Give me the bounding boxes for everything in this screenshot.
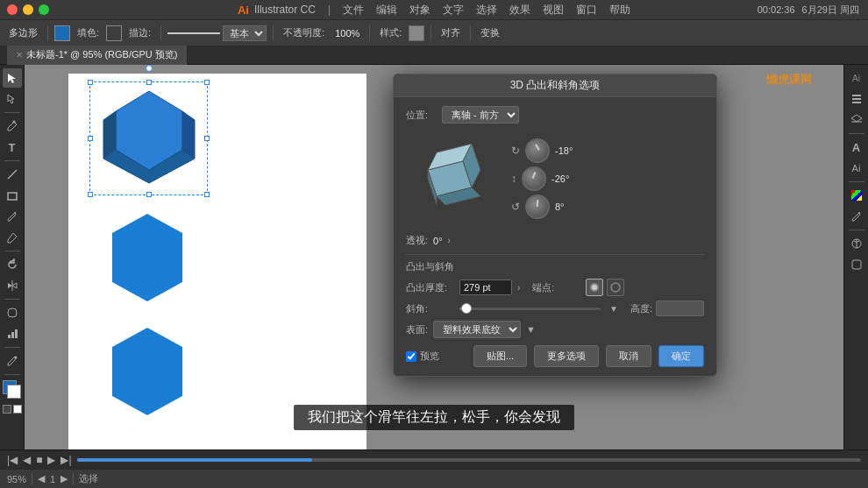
surface-more-icon[interactable]: ▼ xyxy=(526,324,536,335)
close-button[interactable] xyxy=(7,4,18,15)
artboard xyxy=(68,74,366,449)
preview-checkbox[interactable] xyxy=(406,351,416,362)
progress-fill xyxy=(77,458,312,462)
bevel-dropdown-arrow[interactable]: ▼ xyxy=(609,304,618,314)
sel-handle-tl[interactable] xyxy=(88,80,93,85)
surface-select[interactable]: 塑料效果底纹 xyxy=(433,321,521,338)
minimize-button[interactable] xyxy=(23,4,33,15)
stroke-box[interactable] xyxy=(106,25,122,41)
artboard-left[interactable]: ◀ xyxy=(38,473,45,484)
tool-warp[interactable] xyxy=(3,303,22,322)
hex-shape-3-container[interactable] xyxy=(95,323,200,423)
play-stop[interactable]: ■ xyxy=(36,454,42,466)
sel-handle-lc[interactable] xyxy=(88,136,93,141)
toolbar-div4 xyxy=(369,25,370,41)
active-tab[interactable]: ✕ 未标题-1* @ 95% (RGB/GPU 预览) xyxy=(7,46,188,65)
svg-rect-22 xyxy=(852,95,861,96)
sel-handle-bc[interactable] xyxy=(146,192,152,197)
tool-mirror[interactable] xyxy=(3,276,22,295)
menu-window[interactable]: 窗口 xyxy=(576,3,597,18)
maximize-button[interactable] xyxy=(39,4,49,15)
extrude-depth-arrow[interactable]: › xyxy=(517,283,520,293)
tool-direct-select[interactable] xyxy=(3,89,22,109)
play-forward[interactable]: ▶ xyxy=(47,454,55,466)
panel-btn-swatches[interactable] xyxy=(847,186,866,205)
sel-handle-rc[interactable] xyxy=(204,136,210,141)
position-select[interactable]: 离轴 - 前方 xyxy=(442,106,519,124)
right-panel: Ai A Ai xyxy=(843,65,868,449)
angle3-dial[interactable] xyxy=(525,194,550,219)
tool-pencil[interactable] xyxy=(3,228,22,247)
perspective-value: 0° xyxy=(433,236,443,246)
panel-btn-properties[interactable] xyxy=(847,89,866,109)
ok-button[interactable]: 确定 xyxy=(658,345,704,367)
bevel-slider-container[interactable] xyxy=(459,301,601,315)
sel-handle-bl[interactable] xyxy=(88,192,93,197)
sel-handle-tc[interactable] xyxy=(146,80,152,85)
angle1-dial[interactable] xyxy=(525,138,550,163)
panel-btn-layers[interactable] xyxy=(847,110,866,130)
stroke-none-icon[interactable] xyxy=(13,405,22,414)
play-prev[interactable]: |◀ xyxy=(7,454,18,466)
tool-sep2 xyxy=(4,160,20,161)
sel-handle-tr[interactable] xyxy=(204,80,210,85)
play-next[interactable]: ▶| xyxy=(60,454,71,466)
tool-paintbrush[interactable] xyxy=(3,207,22,226)
more-options-button[interactable]: 更多选项 xyxy=(534,345,599,367)
cap-off-icon[interactable] xyxy=(607,279,624,296)
panel-btn-symbols[interactable] xyxy=(847,234,866,253)
panel-btn-2[interactable]: Ai xyxy=(847,159,866,178)
perspective-arrow[interactable]: › xyxy=(448,236,451,245)
cube-preview xyxy=(406,131,502,227)
cap-on-icon[interactable] xyxy=(586,279,603,296)
tool-rect[interactable] xyxy=(3,186,22,205)
hex-shape-1-container[interactable] xyxy=(95,87,204,195)
watermark: 懒虎课网 xyxy=(766,72,812,88)
base-style-select[interactable]: 基本 xyxy=(223,25,267,41)
canvas-area[interactable]: 3D 凸出和斜角选项 位置: 离轴 - 前方 xyxy=(25,65,843,449)
menu-file[interactable]: 文件 xyxy=(343,3,364,18)
cancel-button[interactable]: 取消 xyxy=(606,345,651,367)
panel-btn-brushes[interactable] xyxy=(847,207,866,226)
tool-eyedropper[interactable] xyxy=(3,351,22,371)
panel-btn-1[interactable]: Ai xyxy=(847,68,866,88)
menu-help[interactable]: 帮助 xyxy=(609,3,630,18)
sel-handle-rotate[interactable] xyxy=(146,65,153,72)
tool-rotate[interactable] xyxy=(3,255,22,274)
bevel-slider-thumb[interactable] xyxy=(461,303,472,314)
menu-select[interactable]: 选择 xyxy=(476,3,497,18)
dialog-title-bar[interactable]: 3D 凸出和斜角选项 xyxy=(394,74,716,97)
tab-close-icon[interactable]: ✕ xyxy=(16,50,23,60)
fill-none-icon[interactable] xyxy=(3,405,11,414)
tool-type[interactable]: T xyxy=(3,138,22,157)
extrude-depth-input[interactable] xyxy=(459,279,512,295)
angle2-dial[interactable] xyxy=(522,166,546,191)
artboard-right[interactable]: ▶ xyxy=(60,473,68,484)
progress-bar[interactable] xyxy=(77,458,862,462)
height-input[interactable] xyxy=(656,301,704,316)
zoom-level[interactable]: 95% xyxy=(7,474,26,484)
menu-view[interactable]: 视图 xyxy=(543,3,564,18)
dialog-body: 位置: 离轴 - 前方 xyxy=(394,97,716,376)
fill-color-box[interactable] xyxy=(54,25,70,41)
menu-effect[interactable]: 效果 xyxy=(509,3,530,18)
tool-sep3 xyxy=(4,251,20,251)
style-box[interactable] xyxy=(409,25,424,41)
menu-object[interactable]: 对象 xyxy=(409,3,430,18)
panel-btn-graphic-styles[interactable] xyxy=(847,255,866,274)
menu-text[interactable]: 文字 xyxy=(443,3,464,18)
color-mode-icons[interactable] xyxy=(3,405,22,414)
hex-shape-2-container[interactable] xyxy=(95,209,200,309)
menu-edit[interactable]: 编辑 xyxy=(376,3,397,18)
tool-pen[interactable] xyxy=(3,117,22,136)
dialog-title: 3D 凸出和斜角选项 xyxy=(510,78,601,93)
color-fill-stroke[interactable] xyxy=(3,380,22,400)
panel-btn-type[interactable]: A xyxy=(847,138,866,157)
traffic-lights xyxy=(7,4,49,15)
sel-handle-br[interactable] xyxy=(204,192,210,197)
tool-graph[interactable] xyxy=(3,324,22,343)
play-back[interactable]: ◀ xyxy=(23,454,31,466)
paste-button[interactable]: 贴图... xyxy=(473,345,527,367)
tool-select[interactable] xyxy=(3,68,22,88)
tool-line[interactable] xyxy=(3,165,22,184)
